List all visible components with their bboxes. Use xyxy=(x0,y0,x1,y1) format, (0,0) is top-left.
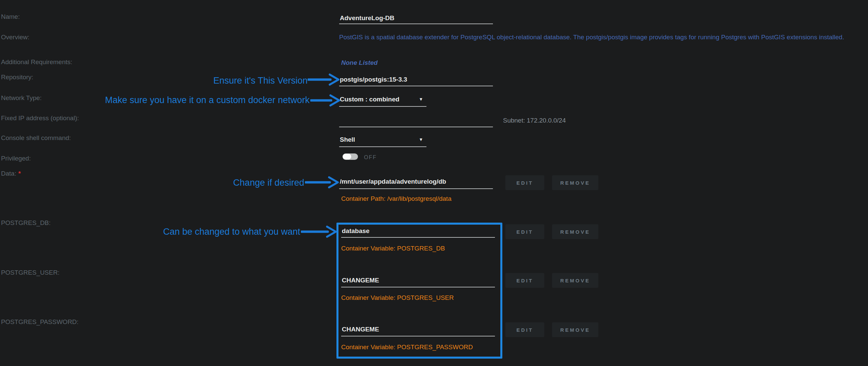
chevron-down-icon: ▼ xyxy=(419,137,423,142)
data-label: Data:* xyxy=(1,170,21,177)
console-shell-value: Shell xyxy=(340,136,355,143)
data-container-path: Container Path: /var/lib/postgresql/data xyxy=(341,195,451,203)
postgres-password-remove-button[interactable]: REMOVE xyxy=(552,322,598,337)
repository-input[interactable] xyxy=(339,75,493,86)
console-shell-select[interactable]: Shell ▼ xyxy=(339,136,427,147)
annotation-arrow-icon xyxy=(310,94,340,107)
overview-label: Overview: xyxy=(1,34,29,41)
postgres-user-remove-button[interactable]: REMOVE xyxy=(552,273,598,288)
annotation-repository: Ensure it's This Version xyxy=(213,75,308,86)
postgres-password-label: POSTGRES_PASSWORD: xyxy=(1,318,79,326)
postgres-user-edit-button[interactable]: EDIT xyxy=(505,273,544,288)
toggle-knob-icon xyxy=(343,154,351,159)
postgres-user-label: POSTGRES_USER: xyxy=(1,269,59,276)
postgres-password-container-variable: Container Variable: POSTGRES_PASSWORD xyxy=(341,343,473,351)
privileged-state: OFF xyxy=(364,154,377,160)
postgres-password-edit-button[interactable]: EDIT xyxy=(505,322,544,337)
data-path-input[interactable] xyxy=(339,177,493,189)
annotation-arrow-icon xyxy=(301,225,337,238)
postgres-db-remove-button[interactable]: REMOVE xyxy=(552,224,598,239)
annotation-arrow-icon xyxy=(305,176,339,189)
name-input[interactable] xyxy=(339,14,493,24)
subnet-note: Subnet: 172.20.0.0/24 xyxy=(503,117,566,124)
annotation-data: Change if desired xyxy=(233,178,304,188)
additional-requirements-value: None Listed xyxy=(341,59,378,66)
name-label: Name: xyxy=(1,13,20,21)
privileged-label: Privileged: xyxy=(1,155,31,162)
privileged-toggle[interactable] xyxy=(342,153,358,160)
annotation-postgres-db: Can be changed to what you want xyxy=(163,227,300,237)
overview-text: PostGIS is a spatial database extender f… xyxy=(339,33,867,41)
docker-container-settings-page: Name: Overview: Additional Requirements:… xyxy=(0,0,868,366)
postgres-db-input[interactable] xyxy=(341,227,495,238)
required-asterisk: * xyxy=(18,170,21,177)
postgres-password-input[interactable] xyxy=(341,325,495,336)
console-shell-command-label: Console shell command: xyxy=(1,134,71,142)
data-remove-button[interactable]: REMOVE xyxy=(552,175,598,190)
postgres-db-label: POSTGRES_DB: xyxy=(1,219,51,227)
postgres-user-container-variable: Container Variable: POSTGRES_USER xyxy=(341,294,454,302)
network-type-select[interactable]: Custom : combined ▼ xyxy=(339,96,427,107)
postgres-db-container-variable: Container Variable: POSTGRES_DB xyxy=(341,245,445,252)
postgres-user-input[interactable] xyxy=(341,276,495,287)
data-edit-button[interactable]: EDIT xyxy=(505,175,544,190)
network-type-value: Custom : combined xyxy=(340,96,399,103)
postgres-db-edit-button[interactable]: EDIT xyxy=(505,224,544,239)
annotation-network: Make sure you have it on a custom docker… xyxy=(105,95,310,105)
fixed-ip-input[interactable] xyxy=(339,116,493,127)
chevron-down-icon: ▼ xyxy=(419,97,423,102)
fixed-ip-label: Fixed IP address (optional): xyxy=(1,115,79,122)
repository-label: Repository: xyxy=(1,73,33,81)
additional-requirements-label: Additional Requirements: xyxy=(1,58,72,66)
annotation-arrow-icon xyxy=(308,73,340,86)
network-type-label: Network Type: xyxy=(1,94,42,102)
highlight-box xyxy=(337,223,502,359)
